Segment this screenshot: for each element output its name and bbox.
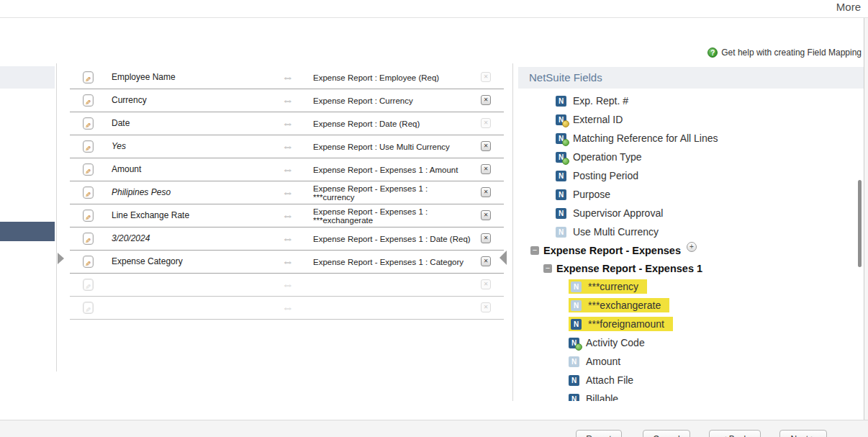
mapping-row: ✎Expense Category⇔Expense Report - Expen…	[70, 251, 504, 274]
tree-group-expense-report-expenses-1: −Expense Report - Expenses 1	[518, 259, 859, 277]
pencil-icon: ✎	[85, 258, 91, 269]
target-field-label: Expense Report : Use Multi Currency	[313, 142, 477, 151]
edit-mapping-icon[interactable]: ✎	[83, 163, 94, 176]
tree-field-external-id[interactable]: NExternal ID	[518, 110, 859, 129]
mapping-row: ✎Line Exchange Rate⇔Expense Report - Exp…	[70, 204, 504, 227]
sidebar-item-partial[interactable]	[0, 66, 55, 89]
netsuite-field-icon: N	[569, 356, 579, 367]
custom-field-badge-icon	[562, 139, 569, 146]
tree-field-exchangerate[interactable]: N***exchangerate	[518, 296, 859, 315]
tree-field-currency[interactable]: N***currency	[518, 277, 859, 296]
target-field-label: Expense Report - Expenses 1 : Date (Req)	[313, 234, 477, 243]
source-field-label: Date	[112, 112, 277, 135]
next-button[interactable]: Next >	[779, 430, 827, 437]
highlighted-field: N***foreignamount	[569, 317, 673, 331]
edit-mapping-icon[interactable]: ✎	[83, 210, 94, 222]
edit-mapping-icon[interactable]: ✎	[83, 186, 94, 199]
target-field-label: Expense Report : Date (Req)	[313, 119, 477, 128]
tree-group-expense-report-expenses: −Expense Report - Expenses+	[518, 241, 859, 259]
tree-field-use-multi-currency[interactable]: NUse Multi Currency	[518, 222, 859, 241]
tree-field-billable[interactable]: NBillable	[518, 389, 859, 401]
tree-field-activity-code[interactable]: NActivity Code	[518, 333, 859, 352]
left-panel-divider	[56, 63, 57, 371]
revert-button[interactable]: Revert	[576, 430, 622, 437]
page-edge-strip	[864, 18, 868, 420]
tree-field-operation-type[interactable]: NOperation Type	[518, 148, 859, 166]
pencil-icon: ✎	[85, 97, 91, 108]
collapse-icon[interactable]: −	[530, 246, 539, 255]
mapping-arrow-icon: ⇔	[277, 135, 299, 158]
pencil-icon: ✎	[85, 189, 91, 200]
netsuite-field-icon: N	[556, 227, 566, 238]
cancel-button[interactable]: Cancel	[643, 430, 690, 437]
edit-mapping-icon: ✎	[83, 302, 94, 314]
pencil-icon: ✎	[85, 281, 91, 292]
field-label: Activity Code	[586, 337, 645, 348]
collapse-icon[interactable]: −	[543, 264, 552, 273]
tree-field-exp-rept[interactable]: NExp. Rept. #	[518, 91, 859, 110]
netsuite-field-icon: N	[556, 189, 566, 200]
netsuite-field-icon: N	[556, 171, 566, 181]
netsuite-field-icon: N	[556, 152, 566, 163]
sidebar-item-selected[interactable]	[0, 222, 55, 241]
field-label: Use Multi Currency	[573, 226, 659, 238]
remove-mapping-button: ✕	[481, 302, 491, 312]
tree-field-matching-reference-for-all-lines[interactable]: NMatching Reference for All Lines	[518, 129, 859, 148]
group-label: Expense Report - Expenses 1	[556, 263, 702, 274]
field-label: Attach File	[586, 374, 633, 386]
remove-mapping-button[interactable]: ✕	[481, 210, 491, 220]
mapping-row: ✎Employee Name⇔Expense Report : Employee…	[70, 66, 504, 89]
target-field-label: Expense Report - Expenses 1 : ***exchang…	[313, 207, 477, 225]
mapping-arrow-icon: ⇔	[277, 227, 299, 250]
remove-mapping-button: ✕	[481, 279, 491, 289]
pencil-icon: ✎	[85, 143, 91, 154]
remove-mapping-button[interactable]: ✕	[481, 95, 491, 105]
edit-mapping-icon[interactable]: ✎	[83, 140, 94, 153]
netsuite-field-icon: N	[556, 114, 566, 125]
target-field-label: Expense Report - Expenses 1 : Category	[313, 257, 477, 266]
netsuite-fields-header: NetSuite Fields	[518, 67, 864, 89]
mapping-row: ✎Amount⇔Expense Report - Expenses 1 : Am…	[70, 158, 504, 181]
pencil-icon: ✎	[85, 120, 91, 131]
help-question-icon: ?	[707, 48, 718, 58]
tree-field-foreignamount[interactable]: N***foreignamount	[518, 315, 859, 333]
edit-mapping-icon[interactable]: ✎	[83, 71, 94, 84]
source-field-label: Expense Category	[112, 251, 277, 273]
remove-mapping-button[interactable]: ✕	[481, 164, 491, 174]
mapping-table: ✎Employee Name⇔Expense Report : Employee…	[70, 66, 504, 320]
mapping-row: ✎3/20/2024⇔Expense Report - Expenses 1 :…	[70, 227, 504, 251]
help-link[interactable]: ? Get help with creating Field Mapping	[707, 48, 862, 58]
remove-mapping-button[interactable]: ✕	[481, 187, 491, 197]
remove-mapping-button: ✕	[481, 118, 491, 128]
tree-field-posting-period[interactable]: NPosting Period	[518, 166, 859, 185]
custom-field-badge-icon	[575, 343, 582, 351]
mapping-row: ✎Yes⇔Expense Report : Use Multi Currency…	[70, 135, 504, 158]
edit-mapping-icon[interactable]: ✎	[83, 117, 94, 130]
netsuite-field-icon: N	[571, 300, 582, 311]
edit-mapping-icon[interactable]: ✎	[83, 233, 94, 245]
tree-field-supervisor-approval[interactable]: NSupervisor Approval	[518, 204, 859, 222]
edit-mapping-icon[interactable]: ✎	[83, 256, 94, 268]
footer-bar: RevertCancel< BackNext >	[0, 420, 868, 437]
edit-mapping-icon[interactable]: ✎	[83, 94, 94, 107]
remove-mapping-button[interactable]: ✕	[481, 233, 491, 243]
remove-mapping-button[interactable]: ✕	[481, 141, 491, 151]
tree-field-purpose[interactable]: NPurpose	[518, 185, 859, 204]
field-label: ***exchangerate	[588, 299, 661, 311]
highlighted-field: N***currency	[569, 279, 647, 294]
right-panel-divider	[512, 63, 513, 401]
add-line-icon[interactable]: +	[687, 242, 697, 252]
collapse-handle-left-icon[interactable]	[58, 253, 64, 264]
back-button[interactable]: < Back	[709, 430, 761, 437]
tree-field-amount[interactable]: NAmount	[518, 352, 859, 371]
tree-scrollbar-thumb[interactable]	[858, 180, 862, 267]
netsuite-field-icon: N	[556, 208, 566, 219]
tree-field-attach-file[interactable]: NAttach File	[518, 371, 859, 389]
remove-mapping-button[interactable]: ✕	[481, 256, 491, 266]
pencil-icon: ✎	[85, 305, 91, 315]
field-label: Billable	[586, 393, 618, 401]
more-menu-item[interactable]: More	[836, 1, 861, 13]
custom-field-badge-icon	[562, 158, 569, 165]
mapping-arrow-icon: ⇔	[277, 274, 299, 296]
mapping-arrow-icon: ⇔	[277, 66, 299, 89]
